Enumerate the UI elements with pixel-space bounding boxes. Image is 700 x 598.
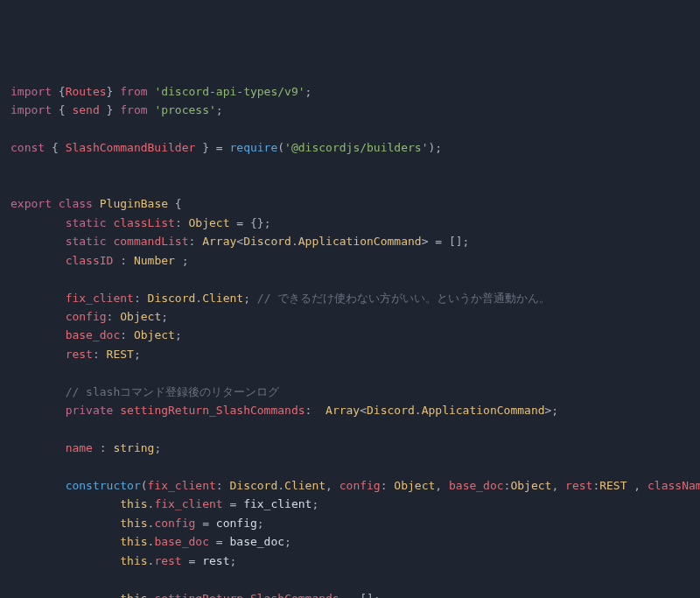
token: : (134, 292, 148, 305)
code-line: static commandList: Array<Discord.Applic… (10, 232, 690, 250)
token: ( (141, 479, 148, 492)
token: Object (394, 479, 435, 492)
code-line: constructor(fix_client: Discord.Client, … (10, 476, 690, 495)
token: send (72, 103, 99, 116)
code-line: this.settingReturn_SlashCommands = []; (10, 589, 690, 598)
code-line (10, 570, 690, 588)
token: : (120, 328, 134, 341)
code-block: import {Routes} from 'discord-api-types/… (10, 82, 690, 598)
code-line: const { SlashCommandBuilder } = require(… (10, 138, 690, 157)
code-line (10, 158, 690, 176)
token: ; (312, 497, 318, 510)
code-line (10, 458, 690, 476)
token: { (45, 141, 65, 154)
token: = []; (340, 592, 381, 598)
token: settingReturn_SlashCommands (120, 404, 304, 417)
token: } = (195, 141, 229, 154)
token (10, 235, 66, 248)
code-line: private settingReturn_SlashCommands: Arr… (10, 401, 690, 419)
token: Number (134, 254, 175, 267)
token: : (305, 404, 326, 417)
token: Discord (148, 292, 196, 305)
token: : (189, 235, 203, 248)
token: Discord (229, 479, 277, 492)
code-line (10, 176, 690, 194)
token (10, 292, 66, 305)
token: . (195, 292, 202, 305)
code-line: name : string; (10, 439, 690, 457)
token: rest (202, 554, 229, 567)
token: this (120, 535, 147, 548)
code-line: classID : Number ; (10, 251, 690, 270)
token: Object (120, 310, 161, 323)
token: require (229, 141, 277, 154)
token: this (120, 592, 147, 598)
token: const (10, 141, 45, 154)
token (10, 441, 66, 454)
token (10, 497, 120, 510)
token: settingReturn_SlashCommands (154, 592, 339, 598)
token: Object (510, 479, 551, 492)
token: export (10, 197, 52, 210)
token: // できるだけ使わない方がいい。というか普通動かん。 (257, 292, 550, 305)
token (93, 197, 100, 210)
code-line: rest: REST; (10, 345, 690, 363)
token: commandList (113, 235, 188, 248)
token: base_doc (449, 479, 504, 492)
token: classID (66, 254, 114, 267)
token (10, 517, 120, 530)
token: ); (428, 141, 442, 154)
token: classList (113, 216, 174, 229)
token: = (209, 535, 229, 548)
token: = (182, 554, 202, 567)
token (52, 197, 59, 210)
token: config (66, 310, 107, 323)
token: ; (305, 85, 312, 98)
token: from (120, 103, 147, 116)
code-line: this.config = config; (10, 514, 690, 532)
token: REST (107, 348, 134, 361)
code-line (10, 120, 690, 138)
token: 'process' (154, 103, 215, 116)
token: this (120, 497, 147, 510)
code-line (10, 270, 690, 288)
token (10, 216, 66, 229)
token: Array (202, 235, 236, 248)
token: REST (599, 479, 626, 492)
token: } (100, 103, 120, 116)
token: private (66, 404, 114, 417)
token: , (551, 479, 565, 492)
token: config (154, 517, 195, 530)
token: ; (175, 328, 182, 341)
token: Discord (243, 235, 291, 248)
code-line: static classList: Object = {}; (10, 214, 690, 232)
token: from (120, 85, 147, 98)
token (10, 404, 66, 417)
code-line: base_doc: Object; (10, 326, 690, 344)
token: = {}; (230, 216, 271, 229)
code-line: this.rest = rest; (10, 552, 690, 570)
token: < (236, 235, 243, 248)
code-line (10, 363, 690, 382)
token: base_doc (229, 535, 284, 548)
token: Client (284, 479, 326, 492)
token: = (195, 517, 215, 530)
token: static (66, 216, 107, 229)
token: . (415, 404, 422, 417)
token: base_doc (154, 535, 209, 548)
token: ; (229, 554, 236, 567)
token: fix_client (243, 497, 312, 510)
token: , (435, 479, 449, 492)
token: className (648, 479, 700, 492)
token: { (52, 103, 72, 116)
token: ; (154, 441, 161, 454)
token: : (113, 254, 133, 267)
token: { (52, 85, 66, 98)
token: } (107, 85, 121, 98)
token: 'discord-api-types/v9' (154, 85, 304, 98)
token: : (107, 310, 121, 323)
token: config (216, 517, 257, 530)
token: '@discordjs/builders' (284, 141, 428, 154)
token: ; (175, 254, 189, 267)
code-line: import { send } from 'process'; (10, 101, 690, 119)
